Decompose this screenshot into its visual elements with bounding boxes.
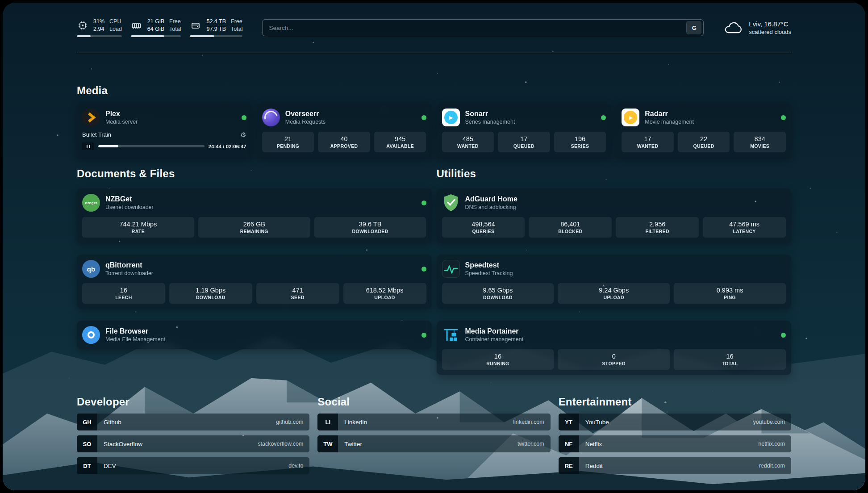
stat-label: LEECH <box>115 295 132 300</box>
stat-label: WANTED <box>457 143 479 149</box>
bookmarks-social: Social LI LinkedIn linkedin.com TW Twitt… <box>317 396 550 474</box>
stat-box: 834 MOVIES <box>734 132 786 152</box>
bookmark-abbr: NF <box>559 435 579 452</box>
stat-value: 16 <box>726 353 734 360</box>
bookmarks-developer: Developer GH Github github.com SO StackO… <box>77 396 309 474</box>
stat-box: 1.19 Gbps DOWNLOAD <box>169 283 252 304</box>
app-desc: Movie management <box>645 119 694 125</box>
search-engine-button[interactable]: G <box>686 21 701 34</box>
stat-box: 22 QUEUED <box>678 132 730 152</box>
app-card-sonarr[interactable]: ▶ Sonarr Series management 485 WANTED 17 <box>437 103 612 158</box>
system-monitor-storage: 52.4 TB 97.9 TB Free Total <box>190 18 242 37</box>
stat-label: SEED <box>291 295 305 300</box>
cpu-icon <box>77 20 88 31</box>
playback-progress-bar[interactable] <box>98 145 204 147</box>
bookmark-name: StackOverflow <box>104 441 142 447</box>
bookmark-github[interactable]: GH Github github.com <box>77 414 309 430</box>
stat-box: 2,956 FILTERED <box>616 217 699 238</box>
now-playing-title: Bullet Train <box>82 131 111 138</box>
stat-value: 21 <box>284 135 292 142</box>
app-card-portainer[interactable]: Media Portainer Container management 16 … <box>437 321 792 375</box>
adguard-icon <box>442 194 460 212</box>
search-input[interactable] <box>269 25 686 31</box>
search-bar[interactable]: G <box>262 19 704 36</box>
stat-label: LATENCY <box>733 229 755 234</box>
app-desc: Torrent downloader <box>105 270 153 276</box>
app-desc: Speedtest Tracking <box>465 270 513 276</box>
status-dot <box>421 115 426 120</box>
stat-box: 0.993 ms PING <box>674 283 786 304</box>
speedtest-icon <box>442 260 460 278</box>
cpu-usage-bar <box>77 35 122 37</box>
section-title-entertainment: Entertainment <box>559 396 791 408</box>
bookmark-abbr: YT <box>559 414 579 430</box>
bookmark-linkedin[interactable]: LI LinkedIn linkedin.com <box>317 414 550 430</box>
app-name: Media Portainer <box>465 327 524 335</box>
bookmark-dev[interactable]: DT DEV dev.to <box>77 457 309 474</box>
stat-label: RUNNING <box>486 361 509 366</box>
app-card-qbittorrent[interactable]: qb qBittorrent Torrent downloader 16 LEE… <box>77 255 432 309</box>
stat-box: 40 APPROVED <box>318 132 370 152</box>
stat-value: 16 <box>120 287 127 294</box>
bookmark-name: Netflix <box>585 441 602 447</box>
app-card-radarr[interactable]: ▶ Radarr Movie management 17 WANTED 22 <box>616 103 791 158</box>
pause-button[interactable] <box>82 142 94 150</box>
plex-icon <box>82 109 100 126</box>
storage-icon <box>190 20 201 31</box>
stat-value: 0 <box>612 353 616 360</box>
bookmark-name: YouTube <box>585 419 609 426</box>
stat-value: 9.65 Gbps <box>483 287 513 294</box>
app-card-speedtest[interactable]: Speedtest Speedtest Tracking 9.65 Gbps D… <box>437 255 792 309</box>
status-dot <box>781 333 786 338</box>
bookmark-netflix[interactable]: NF Netflix netflix.com <box>559 435 791 452</box>
bookmark-reddit[interactable]: RE Reddit reddit.com <box>559 457 791 474</box>
memory-free-value: 21 GiB <box>147 18 164 25</box>
bookmark-url: reddit.com <box>759 463 785 469</box>
app-card-plex[interactable]: Plex Media server Bullet Train ⚙ 24:44 /… <box>77 103 252 158</box>
bookmark-name: LinkedIn <box>344 419 367 426</box>
cpu-usage-value: 31% <box>93 18 104 25</box>
bookmark-abbr: RE <box>559 457 579 474</box>
stat-box: 485 WANTED <box>442 132 494 152</box>
app-card-nzbget[interactable]: nzbget NZBGet Usenet downloader 744.21 M… <box>77 188 432 243</box>
bookmark-stackoverflow[interactable]: SO StackOverflow stackoverflow.com <box>77 435 309 452</box>
stat-label: QUERIES <box>472 229 495 234</box>
gear-icon[interactable]: ⚙ <box>240 131 246 138</box>
stat-label: QUEUED <box>693 143 714 149</box>
media-grid: Plex Media server Bullet Train ⚙ 24:44 /… <box>77 103 791 158</box>
stat-label: BLOCKED <box>558 229 582 234</box>
bookmark-twitter[interactable]: TW Twitter twitter.com <box>317 435 550 452</box>
stat-label: STOPPED <box>602 361 626 366</box>
stat-value: 485 <box>463 135 473 142</box>
stat-value: 498,564 <box>472 221 495 228</box>
app-name: Sonarr <box>465 110 515 118</box>
bookmark-url: stackoverflow.com <box>258 441 303 447</box>
stat-value: 47.569 ms <box>729 221 760 228</box>
stat-box: 471 SEED <box>256 283 339 304</box>
stat-label: TOTAL <box>722 361 738 366</box>
system-monitor-memory: 21 GiB 64 GiB Free Total <box>131 18 181 37</box>
app-card-overseerr[interactable]: Overseerr Media Requests 21 PENDING 40 A… <box>257 103 432 158</box>
app-card-adguard[interactable]: AdGuard Home DNS and adblocking 498,564 … <box>437 188 792 243</box>
bookmark-youtube[interactable]: YT YouTube youtube.com <box>559 414 791 430</box>
bookmark-url: twitter.com <box>517 441 544 447</box>
stat-box: 0 STOPPED <box>558 349 670 370</box>
app-card-filebrowser[interactable]: File Browser Media File Management <box>77 321 432 349</box>
stat-value: 266 GB <box>243 221 265 228</box>
stat-value: 39.6 TB <box>359 221 382 228</box>
section-title-developer: Developer <box>77 396 309 408</box>
weather-condition: scattered clouds <box>749 29 791 35</box>
storage-usage-bar <box>190 35 242 37</box>
app-desc: Media Requests <box>285 119 326 125</box>
stat-value: 196 <box>575 135 585 142</box>
app-name: File Browser <box>105 327 165 335</box>
stat-label: APPROVED <box>330 143 358 149</box>
stat-label: UPLOAD <box>604 295 624 300</box>
bookmark-name: Twitter <box>344 441 362 447</box>
stat-label: FILTERED <box>646 229 669 234</box>
section-title-media: Media <box>77 84 791 97</box>
status-dot <box>242 115 246 120</box>
memory-free-label: Free <box>169 18 181 25</box>
stat-box: 17 WANTED <box>622 132 674 152</box>
bookmark-url: github.com <box>276 419 303 425</box>
